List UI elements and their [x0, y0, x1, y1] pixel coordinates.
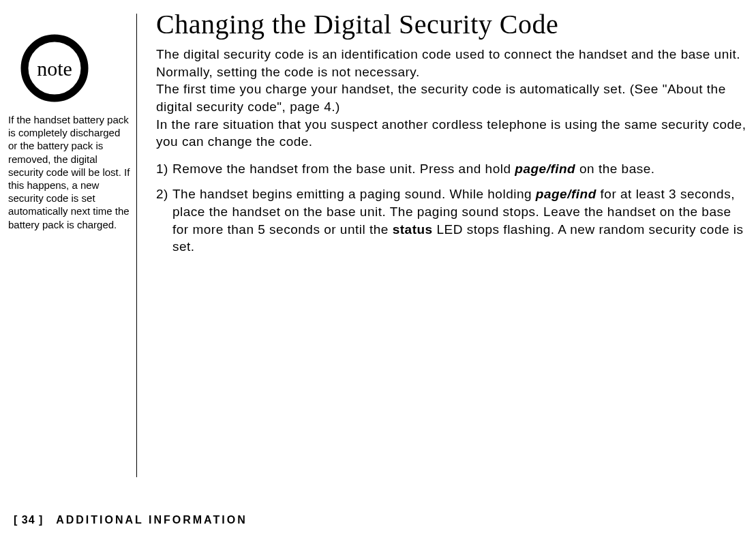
- note-icon-label: note: [37, 57, 72, 80]
- page: note If the handset battery pack is comp…: [0, 0, 756, 544]
- section-label: ADDITIONAL INFORMATION: [56, 514, 247, 526]
- step-1: 1) Remove the handset from the base unit…: [156, 160, 749, 178]
- intro-block: The digital security code is an identifi…: [156, 46, 749, 151]
- pagefind-label: page/find: [515, 162, 575, 176]
- page-title: Changing the Digital Security Code: [156, 8, 749, 40]
- note-text: If the handset battery pack is completel…: [8, 113, 131, 231]
- page-reference: 4: [324, 100, 331, 114]
- intro-paragraph-3: In the rare situation that you suspect a…: [156, 116, 749, 151]
- main-content: Changing the Digital Security Code The d…: [137, 0, 756, 477]
- step-body: The handset begins emitting a paging sou…: [172, 185, 749, 256]
- page-footer: [ 34 ] ADDITIONAL INFORMATION: [14, 514, 247, 526]
- intro-paragraph-2: The first time you charge your handset, …: [156, 80, 749, 115]
- sidebar: note If the handset battery pack is comp…: [0, 0, 136, 477]
- intro-paragraph-1: The digital security code is an identifi…: [156, 46, 749, 80]
- status-label: status: [393, 222, 433, 237]
- page-number: [ 34 ]: [14, 514, 43, 526]
- step-number: 1): [156, 160, 172, 178]
- step-2: 2) The handset begins emitting a paging …: [156, 185, 749, 256]
- pagefind-label: page/find: [536, 187, 596, 201]
- steps-list: 1) Remove the handset from the base unit…: [156, 160, 749, 256]
- note-icon: note: [20, 34, 131, 105]
- step-number: 2): [156, 185, 172, 256]
- step-body: Remove the handset from the base unit. P…: [172, 160, 749, 178]
- content-row: note If the handset battery pack is comp…: [0, 0, 756, 477]
